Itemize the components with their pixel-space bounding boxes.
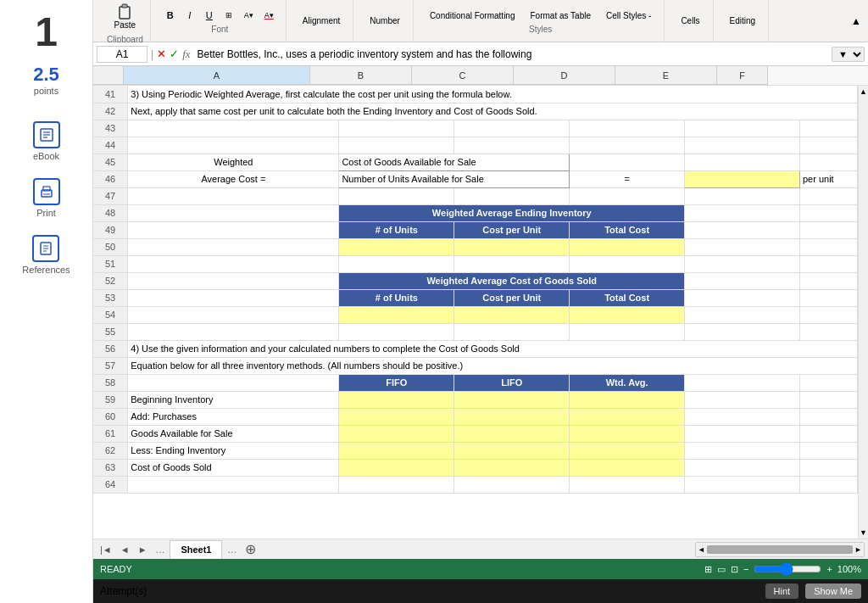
tab-nav-prev[interactable]: ◄ xyxy=(117,543,133,556)
cell-d46[interactable]: = xyxy=(570,170,685,187)
cell-f62[interactable] xyxy=(799,442,857,459)
row-number[interactable]: 48 xyxy=(93,204,128,221)
paste-button[interactable]: Paste xyxy=(111,0,140,33)
cell-c60[interactable] xyxy=(454,408,570,425)
cell-f53[interactable] xyxy=(799,289,857,306)
cell-f59[interactable] xyxy=(799,391,857,408)
cell-b48-header[interactable]: Weighted Average Ending Inventory xyxy=(339,204,685,221)
cell-e46[interactable] xyxy=(685,170,800,187)
cell-e50[interactable] xyxy=(685,238,800,255)
cell-d62[interactable] xyxy=(570,442,685,459)
cell-d64[interactable] xyxy=(570,476,685,493)
cell-b55[interactable] xyxy=(339,323,454,340)
cell-a55[interactable] xyxy=(128,323,339,340)
cell-e64[interactable] xyxy=(685,476,800,493)
cell-b58[interactable]: FIFO xyxy=(339,374,454,391)
cell-f47[interactable] xyxy=(799,187,857,204)
cell-a50[interactable] xyxy=(128,238,339,255)
row-number[interactable]: 44 xyxy=(93,137,128,154)
cell-d44[interactable] xyxy=(570,137,685,154)
cell-a53[interactable] xyxy=(128,289,339,306)
cell-d53[interactable]: Total Cost xyxy=(570,289,685,306)
row-number[interactable]: 41 xyxy=(93,86,128,103)
cell-a56[interactable]: 4) Use the given information and your ca… xyxy=(128,340,858,357)
hint-button[interactable]: Hint xyxy=(765,583,799,599)
cell-b43[interactable] xyxy=(339,120,454,137)
show-me-button[interactable]: Show Me xyxy=(805,583,861,599)
row-number[interactable]: 58 xyxy=(93,374,128,391)
cell-e63[interactable] xyxy=(685,459,800,476)
cell-b51[interactable] xyxy=(339,255,454,272)
cell-e51[interactable] xyxy=(685,255,800,272)
tab-add-button[interactable]: ⊕ xyxy=(242,541,259,557)
cell-f48[interactable] xyxy=(799,204,857,221)
row-number[interactable]: 60 xyxy=(93,408,128,425)
editing-button[interactable]: Editing xyxy=(724,14,762,28)
cell-c63[interactable] xyxy=(454,459,570,476)
cell-a48[interactable] xyxy=(128,204,339,221)
cell-d50[interactable] xyxy=(570,238,685,255)
cell-a47[interactable] xyxy=(128,187,339,204)
cell-e54[interactable] xyxy=(685,306,800,323)
row-number[interactable]: 62 xyxy=(93,442,128,459)
cell-f61[interactable] xyxy=(799,425,857,442)
cell-b47[interactable] xyxy=(339,187,454,204)
cell-e44[interactable] xyxy=(685,137,800,154)
cell-c44[interactable] xyxy=(454,137,570,154)
cell-e43[interactable] xyxy=(685,120,800,137)
cell-b63[interactable] xyxy=(339,459,454,476)
cell-b52-header[interactable]: Weighted Average Cost of Goods Sold xyxy=(339,272,685,289)
row-number[interactable]: 43 xyxy=(93,120,128,137)
alignment-button[interactable]: Alignment xyxy=(297,14,346,28)
horizontal-scrollbar[interactable]: ◄ ► xyxy=(695,542,865,557)
cell-d63[interactable] xyxy=(570,459,685,476)
cell-e58[interactable] xyxy=(685,374,800,391)
col-header-b[interactable]: B xyxy=(310,66,412,85)
cell-f46[interactable]: per unit xyxy=(799,170,857,187)
cell-b50[interactable] xyxy=(339,238,454,255)
tab-nav-next[interactable]: ► xyxy=(135,543,151,556)
cell-f60[interactable] xyxy=(799,408,857,425)
normal-view-icon[interactable]: ⊞ xyxy=(704,564,712,575)
cell-e53[interactable] xyxy=(685,289,800,306)
fill-color-button[interactable]: A▾ xyxy=(239,8,259,23)
cell-b44[interactable] xyxy=(339,137,454,154)
cell-a43[interactable] xyxy=(128,120,339,137)
cell-a60[interactable]: Add: Purchases xyxy=(128,408,339,425)
cell-d51[interactable] xyxy=(570,255,685,272)
row-number[interactable]: 54 xyxy=(93,306,128,323)
cell-a58[interactable] xyxy=(128,374,339,391)
row-number[interactable]: 64 xyxy=(93,476,128,493)
row-number[interactable]: 59 xyxy=(93,391,128,408)
cell-d59[interactable] xyxy=(570,391,685,408)
row-number[interactable]: 45 xyxy=(93,154,128,170)
zoom-slider[interactable] xyxy=(754,562,821,576)
cell-b64[interactable] xyxy=(339,476,454,493)
cell-a51[interactable] xyxy=(128,255,339,272)
cell-f49[interactable] xyxy=(799,221,857,238)
col-header-a[interactable]: A xyxy=(124,66,310,85)
h-scroll-left[interactable]: ◄ xyxy=(698,545,705,554)
cell-c58[interactable]: LIFO xyxy=(454,374,570,391)
cell-f51[interactable] xyxy=(799,255,857,272)
cell-a45[interactable]: Weighted xyxy=(128,154,339,170)
page-break-icon[interactable]: ⊡ xyxy=(731,564,738,575)
cell-f55[interactable] xyxy=(799,323,857,340)
cell-e55[interactable] xyxy=(685,323,800,340)
sidebar-item-references[interactable]: References xyxy=(22,235,70,275)
cell-e52[interactable] xyxy=(685,272,800,289)
ribbon-collapse-button[interactable]: ▲ xyxy=(851,15,861,27)
vertical-scrollbar[interactable]: ▲ ▼ xyxy=(858,86,868,539)
cell-c62[interactable] xyxy=(454,442,570,459)
cell-e60[interactable] xyxy=(685,408,800,425)
insert-function-icon[interactable]: fx xyxy=(182,47,190,61)
scroll-down-arrow[interactable]: ▼ xyxy=(860,528,867,537)
cell-c51[interactable] xyxy=(454,255,570,272)
tab-sheet1[interactable]: Sheet1 xyxy=(170,540,222,559)
cell-a54[interactable] xyxy=(128,306,339,323)
col-header-e[interactable]: E xyxy=(615,66,717,85)
cell-d55[interactable] xyxy=(570,323,685,340)
cell-f54[interactable] xyxy=(799,306,857,323)
row-number[interactable]: 47 xyxy=(93,187,128,204)
conditional-formatting-button[interactable]: Conditional Formatting xyxy=(424,8,521,23)
